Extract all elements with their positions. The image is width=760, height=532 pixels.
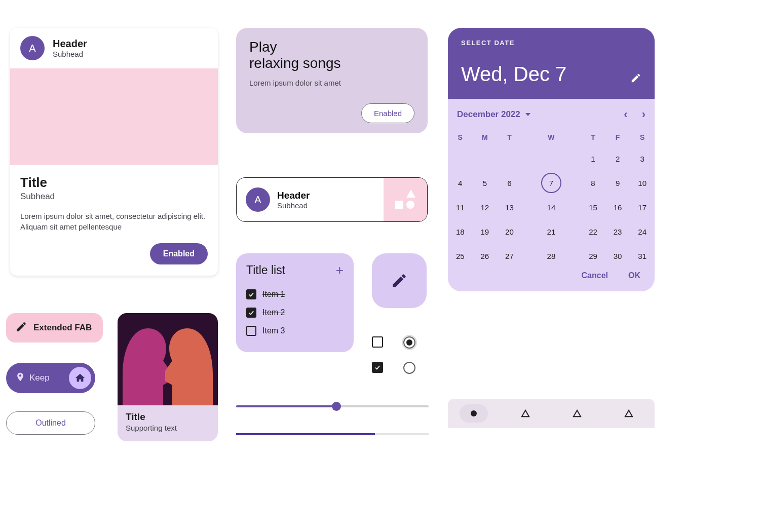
list-item[interactable]: Item 3 xyxy=(246,322,344,340)
weekday-label: S xyxy=(448,128,473,146)
calendar-day xyxy=(473,146,498,171)
keep-chip-label: Keep xyxy=(29,373,50,383)
silhouette-right-icon xyxy=(157,313,218,405)
bottom-nav xyxy=(448,399,655,428)
card-title-subhead: Subhead xyxy=(20,192,208,202)
avatar: A xyxy=(20,36,45,60)
calendar-day xyxy=(522,146,581,171)
calendar-day[interactable]: 28 xyxy=(522,244,581,268)
nav-item-4[interactable] xyxy=(615,404,643,423)
checkbox-checked[interactable] xyxy=(246,308,256,318)
date-picker-ok[interactable]: OK xyxy=(628,271,640,280)
svg-marker-2 xyxy=(625,410,632,416)
calendar-day[interactable]: 14 xyxy=(522,195,581,219)
outlined-button[interactable]: Outlined xyxy=(6,411,95,435)
home-icon xyxy=(69,367,91,389)
date-picker-edit-button[interactable] xyxy=(630,72,641,86)
month-selector[interactable]: December 2022 xyxy=(457,109,530,120)
play-card-paragraph: Lorem ipsum dolor sit amet xyxy=(249,79,414,87)
weekday-label: M xyxy=(473,128,498,146)
card-media-placeholder xyxy=(10,68,218,165)
calendar-day[interactable]: 16 xyxy=(605,195,630,219)
pencil-icon xyxy=(15,321,27,335)
radio-unselected[interactable] xyxy=(403,362,415,374)
slider[interactable] xyxy=(236,405,429,407)
list-item-label: Item 2 xyxy=(262,308,285,317)
play-card: Playrelaxing songs Lorem ipsum dolor sit… xyxy=(236,28,428,133)
caret-down-icon xyxy=(525,113,530,116)
checkbox-checked[interactable] xyxy=(246,289,256,299)
calendar-day[interactable]: 17 xyxy=(630,195,655,219)
media-card-art xyxy=(118,313,218,405)
calendar-day[interactable]: 10 xyxy=(630,171,655,195)
calendar-day[interactable]: 29 xyxy=(581,244,605,268)
enabled-button[interactable]: Enabled xyxy=(150,243,208,264)
date-picker-cancel[interactable]: Cancel xyxy=(582,271,608,280)
header-card-title: Header xyxy=(277,190,310,201)
list-item[interactable]: Item 1 xyxy=(246,285,344,303)
play-card-title: Playrelaxing songs xyxy=(249,39,414,71)
calendar-day[interactable]: 23 xyxy=(605,219,630,244)
checkbox-checked[interactable] xyxy=(372,362,383,373)
avatar: A xyxy=(246,187,270,212)
calendar-day[interactable]: 7 xyxy=(522,171,581,195)
card-subhead: Subhead xyxy=(53,50,87,58)
calendar-day[interactable]: 30 xyxy=(605,244,630,268)
calendar-day[interactable]: 18 xyxy=(448,219,473,244)
triangle-outline-icon xyxy=(624,409,633,417)
radio-selected[interactable] xyxy=(403,336,415,349)
keep-chip[interactable]: Keep xyxy=(6,363,95,393)
weekday-label: T xyxy=(497,128,522,146)
calendar-day[interactable]: 11 xyxy=(448,195,473,219)
nav-item-1[interactable] xyxy=(460,404,488,423)
calendar-day[interactable]: 21 xyxy=(522,219,581,244)
calendar-day[interactable]: 8 xyxy=(581,171,605,195)
calendar-day[interactable]: 2 xyxy=(605,146,630,171)
list-item[interactable]: Item 2 xyxy=(246,303,344,322)
checkbox-unchecked[interactable] xyxy=(372,336,383,348)
weekday-label: F xyxy=(605,128,630,146)
calendar-day[interactable]: 25 xyxy=(448,244,473,268)
calendar-day[interactable]: 3 xyxy=(630,146,655,171)
extended-fab[interactable]: Extended FAB xyxy=(6,313,103,343)
checkbox-unchecked[interactable] xyxy=(246,326,256,336)
progress-bar xyxy=(236,433,429,435)
header-card[interactable]: A Header Subhead xyxy=(236,177,428,222)
calendar-day[interactable]: 13 xyxy=(497,195,522,219)
content-card: A Header Subhead Title Subhead Lorem ips… xyxy=(10,28,218,276)
calendar-day xyxy=(497,146,522,171)
card-title: Title xyxy=(20,175,208,191)
calendar-day[interactable]: 26 xyxy=(473,244,498,268)
media-card-supporting: Supporting text xyxy=(126,424,210,432)
calendar-day[interactable]: 12 xyxy=(473,195,498,219)
play-card-enabled-button[interactable]: Enabled xyxy=(361,103,414,123)
add-item-button[interactable]: + xyxy=(336,262,344,278)
media-card-title: Title xyxy=(126,411,210,423)
weekday-label: W xyxy=(522,128,581,146)
calendar-day[interactable]: 9 xyxy=(605,171,630,195)
svg-marker-0 xyxy=(522,410,529,416)
nav-item-3[interactable] xyxy=(563,404,591,423)
month-label: December 2022 xyxy=(457,109,520,120)
calendar-day[interactable]: 4 xyxy=(448,171,473,195)
weekday-label: T xyxy=(581,128,605,146)
slider-thumb[interactable] xyxy=(332,402,341,411)
prev-month-button[interactable]: ‹ xyxy=(624,108,627,121)
calendar-day[interactable]: 20 xyxy=(497,219,522,244)
calendar-day[interactable]: 15 xyxy=(581,195,605,219)
calendar-day[interactable]: 6 xyxy=(497,171,522,195)
calendar-day[interactable]: 31 xyxy=(630,244,655,268)
card-paragraph: Lorem ipsum dolor sit amet, consectetur … xyxy=(20,211,208,232)
media-card[interactable]: Title Supporting text xyxy=(118,313,218,441)
calendar-day[interactable]: 24 xyxy=(630,219,655,244)
calendar-day[interactable]: 1 xyxy=(581,146,605,171)
edit-fab[interactable] xyxy=(372,253,427,308)
triangle-outline-icon xyxy=(521,409,530,417)
next-month-button[interactable]: › xyxy=(642,108,645,121)
calendar-day[interactable]: 5 xyxy=(473,171,498,195)
calendar-day[interactable]: 27 xyxy=(497,244,522,268)
circle-icon xyxy=(406,201,414,209)
nav-item-2[interactable] xyxy=(511,404,540,423)
calendar-day[interactable]: 22 xyxy=(581,219,605,244)
calendar-day[interactable]: 19 xyxy=(473,219,498,244)
